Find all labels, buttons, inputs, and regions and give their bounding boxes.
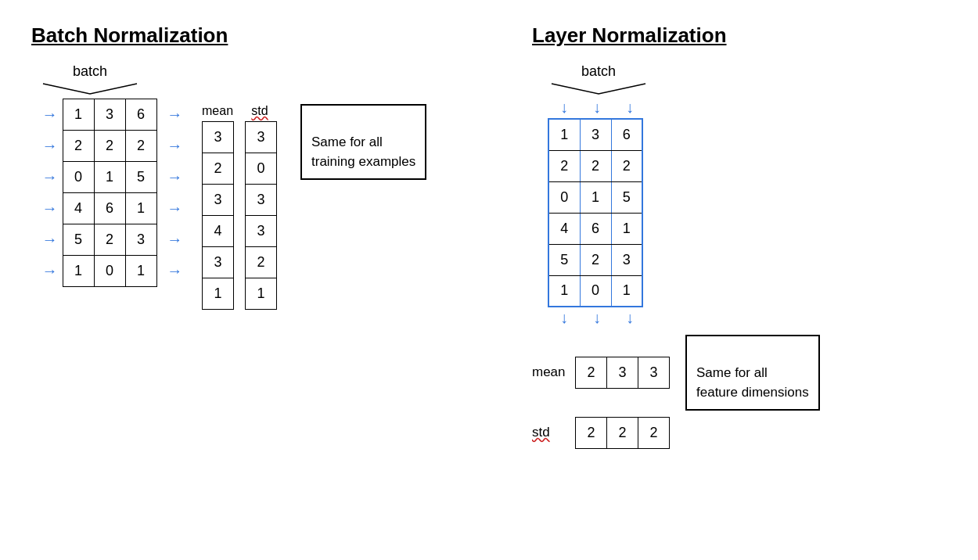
batch-label: batch [73, 63, 107, 80]
layer-std-row: std 222 [532, 417, 820, 449]
batch-std-table: 303321 [245, 121, 277, 310]
batch-matrix: →136→→222→→015→→461→→523→→101→ [31, 99, 188, 287]
batch-info-text: Same for all training examples [311, 135, 415, 170]
layer-matrix-wrapper: 136222015461523101 [548, 118, 820, 307]
layer-norm-title: Layer Normalization [532, 23, 727, 48]
layer-brace-svg [548, 80, 649, 95]
layer-std-table: 222 [575, 417, 670, 449]
layer-norm-content: batch ↓ ↓ ↓ 136222015461523101 [532, 63, 820, 449]
layer-mean-row: mean 233 Same for all feature dimensions [532, 335, 820, 411]
col-arrow-below-1: ↓ [581, 309, 613, 327]
col-arrow-below-2: ↓ [614, 309, 645, 327]
layer-col-arrows-below: ↓ ↓ ↓ [548, 309, 820, 327]
batch-info-box: Same for all training examples [300, 104, 426, 180]
layer-norm-section: Layer Normalization batch ↓ ↓ ↓ [509, 23, 947, 449]
col-arrow-1: ↓ [581, 99, 613, 117]
batch-stats-info: mean std 323431 303321 [196, 63, 277, 310]
col-arrow-2: ↓ [614, 99, 645, 117]
std-label: std [244, 104, 275, 118]
layer-matrix: 136222015461523101 [548, 118, 643, 307]
layer-info-box: Same for all feature dimensions [685, 335, 820, 411]
layer-mean-label: mean [532, 364, 575, 380]
batch-matrix-with-arrows: →136→→222→→015→→461→→523→→101→ [31, 99, 188, 287]
batch-norm-section: Batch Normalization batch →136→→222→→ [31, 23, 446, 449]
batch-stats-tables: 323431 303321 [202, 121, 277, 310]
mean-label: mean [202, 104, 233, 118]
col-arrow-below-0: ↓ [548, 309, 580, 327]
batch-matrix-area: batch →136→→222→→015→→461→→523→→101→ [31, 63, 188, 287]
col-arrow-0: ↓ [548, 99, 580, 117]
batch-mean-table: 323431 [202, 121, 234, 310]
batch-norm-title: Batch Normalization [31, 23, 228, 48]
layer-batch-label: batch [581, 63, 616, 80]
layer-mean-table: 233 [575, 357, 670, 389]
layer-col-arrows-above: ↓ ↓ ↓ [548, 99, 820, 117]
main-container: Batch Normalization batch →136→→222→→ [0, 0, 978, 472]
batch-norm-content: batch →136→→222→→015→→461→→523→→101→ [31, 63, 426, 310]
layer-std-label: std [532, 425, 575, 440]
layer-info-text: Same for all feature dimensions [696, 365, 809, 400]
batch-brace-svg [39, 80, 141, 95]
